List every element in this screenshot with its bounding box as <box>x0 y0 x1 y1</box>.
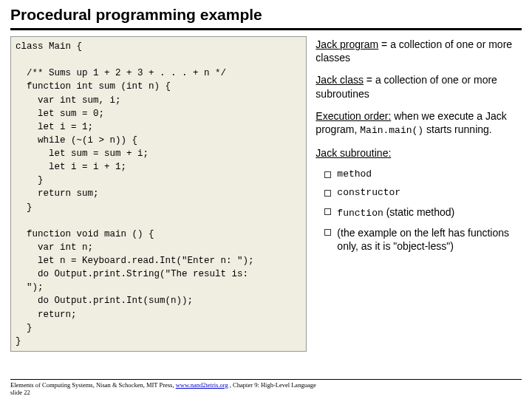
para-exec: Execution order: when we execute a Jack … <box>316 109 522 137</box>
footer-text-2: , Chapter 9: High-Level Language <box>228 381 316 389</box>
footer-link[interactable]: www.nand2tetris.org <box>176 381 228 389</box>
slide: Procedural programming example class Mai… <box>0 0 532 399</box>
code-block: class Main { /** Sums up 1 + 2 + 3 + . .… <box>10 36 307 352</box>
term-exec-order: Execution order: <box>316 110 391 122</box>
slide-number: slide 22 <box>10 389 30 396</box>
square-bullet-icon <box>324 190 331 197</box>
bullet-function-code: function <box>337 208 383 219</box>
para-subroutine: Jack subroutine: <box>316 146 522 160</box>
square-bullet-icon <box>324 171 331 178</box>
right-column: Jack program = a collection of one or mo… <box>316 36 522 352</box>
slide-title: Procedural programming example <box>10 6 522 30</box>
exec-code: Main.main() <box>360 125 423 136</box>
left-column: class Main { /** Sums up 1 + 2 + 3 + . .… <box>10 36 307 352</box>
content-row: class Main { /** Sums up 1 + 2 + 3 + . .… <box>10 36 522 352</box>
square-bullet-icon <box>324 208 331 215</box>
term-subroutine: Jack subroutine: <box>316 147 391 159</box>
list-item: constructor <box>324 187 522 200</box>
exec-text-2: starts running. <box>423 123 492 135</box>
list-item: method <box>324 168 522 181</box>
square-bullet-icon <box>324 229 331 236</box>
bullet-note: (the example on the left has functions o… <box>337 226 522 253</box>
bullet-list: method constructor function (static meth… <box>316 168 522 253</box>
para-program: Jack program = a collection of one or mo… <box>316 38 522 64</box>
footer: Elements of Computing Systems, Nisan & S… <box>10 379 522 396</box>
bullet-method: method <box>337 168 372 181</box>
bullet-function: function (static method) <box>337 205 454 220</box>
term-jack-class: Jack class <box>316 74 364 86</box>
term-jack-program: Jack program <box>316 38 378 50</box>
bullet-constructor: constructor <box>337 187 400 200</box>
list-item: function (static method) <box>324 205 522 220</box>
footer-text-1: Elements of Computing Systems, Nisan & S… <box>10 381 176 389</box>
para-class: Jack class = a collection of one or more… <box>316 73 522 100</box>
list-item: (the example on the left has functions o… <box>324 226 522 253</box>
bullet-function-text: (static method) <box>383 206 454 218</box>
